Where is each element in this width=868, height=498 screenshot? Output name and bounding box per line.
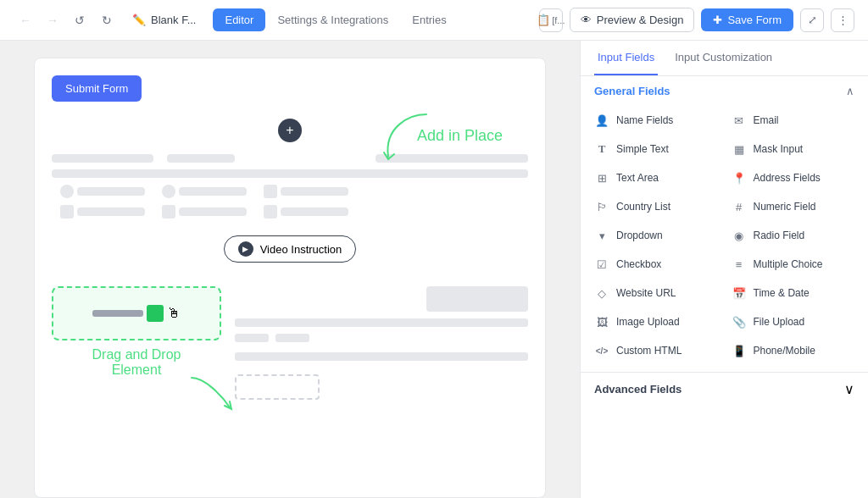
- radio-icon: ◉: [732, 228, 747, 243]
- top-nav: ← → ↺ ↻ ✏️ Blank F... Editor Settings & …: [0, 0, 868, 41]
- save-icon: ✚: [713, 14, 722, 26]
- field-checkbox-label: Checkbox: [616, 258, 661, 270]
- field-dropdown[interactable]: ▾ Dropdown: [587, 221, 725, 250]
- image-upload-icon: 🖼: [594, 314, 609, 329]
- field-html-label: Custom HTML: [616, 345, 682, 357]
- html-icon: </>: [594, 343, 609, 358]
- play-icon: ▶: [238, 241, 253, 257]
- field-multiple-choice[interactable]: ≡ Multiple Choice: [725, 250, 862, 279]
- panel-tabs: Input Fields Input Customization: [581, 41, 868, 76]
- tab-input-fields[interactable]: Input Fields: [594, 41, 658, 75]
- field-time-date-label: Time & Date: [754, 287, 810, 299]
- field-website-label: Website URL: [616, 287, 676, 299]
- nav-right: 📋 [f... 👁 Preview & Design ✚ Save Form ⤢…: [539, 8, 854, 32]
- name-fields-icon: 👤: [594, 113, 609, 128]
- field-radio[interactable]: ◉ Radio Field: [725, 221, 862, 250]
- field-text-area-label: Text Area: [616, 172, 659, 184]
- field-website-url[interactable]: ◇ Website URL: [587, 279, 725, 307]
- field-dropdown-label: Dropdown: [616, 230, 663, 241]
- field-phone-label: Phone/Mobile: [754, 345, 815, 357]
- skeleton-preview: [52, 154, 528, 219]
- address-icon: 📍: [732, 170, 747, 185]
- tab-settings[interactable]: Settings & Integrations: [265, 8, 400, 31]
- field-email[interactable]: ✉ Email: [725, 106, 862, 135]
- field-text-area[interactable]: ⊞ Text Area: [587, 163, 725, 192]
- tab-editor[interactable]: Editor: [213, 8, 265, 31]
- main-layout: Submit Form + Add in Place: [0, 41, 868, 498]
- add-plus-button[interactable]: +: [278, 119, 302, 142]
- field-name-fields[interactable]: 👤 Name Fields: [587, 106, 725, 135]
- field-radio-label: Radio Field: [754, 230, 805, 241]
- field-time-date[interactable]: 📅 Time & Date: [725, 279, 862, 307]
- field-email-label: Email: [754, 114, 779, 126]
- nav-tabs: Editor Settings & Integrations Entries: [213, 8, 458, 31]
- field-custom-html[interactable]: </> Custom HTML: [587, 336, 725, 365]
- mask-input-icon: ▦: [732, 141, 747, 157]
- simple-text-icon: T: [594, 141, 609, 157]
- email-icon: ✉: [732, 113, 747, 128]
- video-label: Video Instruction: [260, 243, 342, 256]
- country-icon: 🏳: [594, 199, 609, 214]
- advanced-fields-title: Advanced Fields: [594, 383, 682, 396]
- field-numeric-label: Numeric Field: [754, 201, 816, 213]
- field-simple-text[interactable]: T Simple Text: [587, 135, 725, 163]
- advanced-fields-header[interactable]: Advanced Fields ∨: [581, 373, 868, 406]
- field-country-label: Country List: [616, 201, 670, 213]
- time-date-icon: 📅: [732, 285, 747, 301]
- eye-icon: 👁: [581, 14, 592, 26]
- field-country-list[interactable]: 🏳 Country List: [587, 192, 725, 221]
- preview-button[interactable]: 👁 Preview & Design: [570, 8, 695, 32]
- more-icon: ⋮: [837, 14, 849, 26]
- collapse-general-button[interactable]: ∧: [846, 85, 854, 97]
- checkbox-icon: ☑: [594, 257, 609, 272]
- general-fields-title: General Fields: [594, 85, 670, 97]
- field-name-fields-label: Name Fields: [616, 114, 673, 126]
- text-area-icon: ⊞: [594, 170, 609, 185]
- form-canvas: Submit Form + Add in Place: [34, 58, 546, 498]
- field-address-label: Address Fields: [754, 172, 821, 184]
- redo-button[interactable]: ↻: [95, 8, 119, 32]
- numeric-icon: #: [732, 199, 747, 214]
- multiple-choice-icon: ≡: [732, 257, 747, 272]
- field-phone-mobile[interactable]: 📱 Phone/Mobile: [725, 336, 862, 365]
- edit-icon: ✏️: [132, 14, 146, 26]
- dnd-arrow: [187, 369, 238, 412]
- field-address-fields[interactable]: 📍 Address Fields: [725, 163, 862, 192]
- add-in-place-area: + Add in Place: [52, 119, 528, 146]
- field-numeric[interactable]: # Numeric Field: [725, 192, 862, 221]
- page-title: ✏️ Blank F...: [132, 14, 196, 26]
- field-checkbox[interactable]: ☑ Checkbox: [587, 250, 725, 279]
- dnd-box[interactable]: 🖱: [52, 286, 221, 340]
- fields-grid: 👤 Name Fields ✉ Email T Simple Text ▦ Ma…: [581, 106, 868, 372]
- field-image-label: Image Upload: [616, 316, 680, 328]
- expand-icon: ⤢: [808, 14, 817, 26]
- video-instruction-button[interactable]: ▶ Video Instruction: [224, 235, 357, 263]
- submit-form-button[interactable]: Submit Form: [52, 75, 142, 102]
- right-panel: Input Fields Input Customization General…: [580, 41, 868, 498]
- field-file-upload[interactable]: 📎 File Upload: [725, 307, 862, 336]
- field-multiple-choice-label: Multiple Choice: [754, 258, 823, 270]
- chevron-down-icon: ∨: [844, 381, 854, 397]
- field-simple-text-label: Simple Text: [616, 143, 669, 155]
- more-button[interactable]: ⋮: [831, 8, 854, 32]
- field-mask-input[interactable]: ▦ Mask Input: [725, 135, 862, 163]
- save-button[interactable]: ✚ Save Form: [701, 8, 793, 31]
- advanced-section: Advanced Fields ∨: [581, 372, 868, 406]
- editor-area: Submit Form + Add in Place: [0, 41, 580, 498]
- website-icon: ◇: [594, 285, 609, 301]
- file-upload-icon: 📎: [732, 314, 747, 329]
- field-mask-input-label: Mask Input: [754, 143, 804, 155]
- form-id-button[interactable]: 📋 [f...: [539, 8, 563, 32]
- nav-arrows: ← → ↺ ↻: [14, 8, 119, 32]
- back-button[interactable]: ←: [14, 8, 37, 32]
- form-icon: 📋: [537, 14, 550, 26]
- general-fields-header: General Fields ∧: [581, 76, 868, 106]
- tab-entries[interactable]: Entries: [400, 8, 458, 31]
- phone-icon: 📱: [732, 343, 747, 358]
- expand-button[interactable]: ⤢: [800, 8, 824, 32]
- undo-button[interactable]: ↺: [68, 8, 92, 32]
- forward-button[interactable]: →: [41, 8, 64, 32]
- field-file-label: File Upload: [754, 316, 805, 328]
- tab-input-customization[interactable]: Input Customization: [671, 41, 776, 75]
- field-image-upload[interactable]: 🖼 Image Upload: [587, 307, 725, 336]
